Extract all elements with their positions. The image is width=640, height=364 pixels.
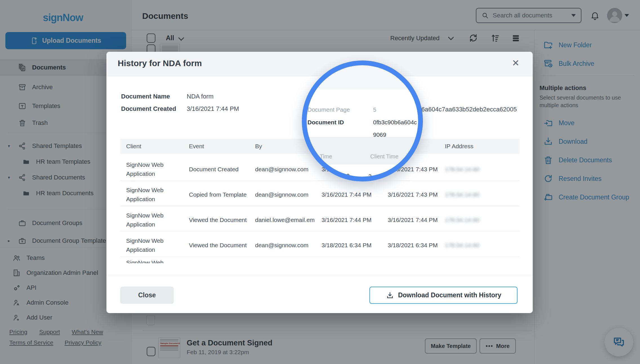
document-name-label: Document Name <box>121 93 170 100</box>
cell-client: Application <box>126 246 155 253</box>
download-tray-icon <box>386 291 394 300</box>
cell-client: SignNow Web <box>126 161 164 168</box>
cell-client: Application <box>126 170 155 177</box>
modal-title: History for NDA form <box>118 59 202 68</box>
cell-ip: 178.54.14.60 <box>445 242 480 249</box>
cell-by: dean@signnow.com <box>255 191 308 198</box>
row-divider <box>120 257 519 257</box>
col-by: By <box>255 143 262 150</box>
magnifier-loupe-ring <box>302 60 423 181</box>
cell-by: daniel.lowe@email.em <box>255 217 315 223</box>
cell-event: Copied from Template <box>189 191 247 198</box>
document-name-value: NDA form <box>187 93 213 100</box>
download-document-with-history-button[interactable]: Download Document with History <box>369 287 518 304</box>
cell-client-partial: SignNow Web <box>126 259 164 263</box>
download-button-label: Download Document with History <box>398 291 501 299</box>
cell-by: dean@signnow.com <box>255 242 308 249</box>
document-created-value: 3/16/2021 7:44 PM <box>187 105 239 113</box>
cell-client: Application <box>126 196 155 203</box>
cell-server-time: 3/16/2021 7:44 PM <box>322 191 371 198</box>
partial-row-clip: SignNow Web <box>126 257 239 263</box>
cell-event: Viewed the Document <box>189 242 247 249</box>
cell-by: dean@signnow.com <box>255 166 308 173</box>
cell-event: Viewed the Document <box>189 217 247 223</box>
cell-client: SignNow Web <box>126 212 164 219</box>
cell-client: SignNow Web <box>126 187 164 194</box>
modal-footer-divider <box>106 275 533 275</box>
cell-client: SignNow Web <box>126 237 164 244</box>
cell-client: Application <box>126 221 155 228</box>
cell-client-time: 3/16/2021 7:43 PM <box>388 191 438 198</box>
document-created-label: Document Created <box>121 105 176 113</box>
cell-ip: 178.54.14.60 <box>445 166 480 173</box>
row-divider <box>120 231 519 232</box>
col-ip-address: IP Address <box>445 143 473 150</box>
cell-server-time: 3/18/2021 6:34 PM <box>322 242 371 249</box>
close-icon[interactable]: ✕ <box>512 59 519 68</box>
cell-ip: 178.54.14.60 <box>445 191 480 198</box>
cell-client-time: 3/16/2021 7:44 PM <box>388 217 438 223</box>
close-button[interactable]: Close <box>120 287 174 304</box>
row-divider <box>120 206 519 206</box>
cell-server-time: 3/16/2021 7:44 PM <box>322 217 371 223</box>
col-event: Event <box>189 143 204 150</box>
cell-client-time: 3/18/2021 6:34 PM <box>388 242 438 249</box>
cell-event: Document Created <box>189 166 238 173</box>
cell-ip: 178.54.14.60 <box>445 217 480 223</box>
close-button-label: Close <box>138 291 156 299</box>
row-divider <box>120 181 519 181</box>
col-client: Client <box>126 143 141 150</box>
app-screen: signNow Upload Documents Documents Archi… <box>0 0 640 364</box>
